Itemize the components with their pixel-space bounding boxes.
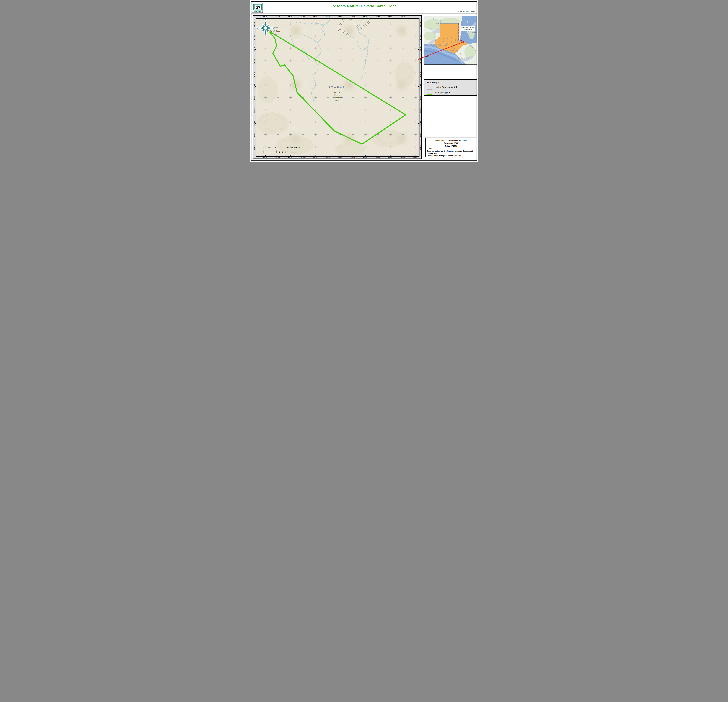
grid-cross xyxy=(377,59,379,62)
grid-cross xyxy=(364,146,367,148)
left-coordinate-label: 1746400 xyxy=(253,96,255,101)
grid-cross xyxy=(390,97,392,99)
grid-cross xyxy=(315,84,317,86)
grid-cross xyxy=(302,109,304,111)
grid-cross xyxy=(339,109,342,111)
top-coordinate-label: 687600 xyxy=(301,16,305,17)
grid-cross xyxy=(302,84,304,86)
grid-cross xyxy=(339,47,342,49)
legend-item-protected: Área protegida xyxy=(435,91,450,94)
grid-cross xyxy=(415,121,417,123)
grid-cross xyxy=(390,121,392,123)
right-coordinate-label: 1746800 xyxy=(419,72,421,77)
right-tick xyxy=(418,135,419,136)
conap-logo: CONAP xyxy=(252,3,263,13)
grid-cross xyxy=(390,72,392,74)
right-coordinate-label: 1746000 xyxy=(419,121,421,126)
grid-cross xyxy=(402,59,404,62)
inset-city-label: Guatemala xyxy=(450,49,458,51)
grid-cross xyxy=(289,121,292,123)
top-coordinate-label: 689200 xyxy=(401,16,406,17)
top-coordinate-label: 687200 xyxy=(276,16,280,17)
grid-cross xyxy=(390,23,392,25)
grid-cross xyxy=(415,97,417,99)
bottom-coordinate-label: 689000 xyxy=(389,157,393,159)
left-tick xyxy=(255,99,256,99)
bottom-tick xyxy=(290,156,291,157)
grid-cross xyxy=(277,84,279,86)
grid-cross xyxy=(364,72,367,74)
source-line-datum: Datum WGS84 xyxy=(427,145,475,147)
grid-cross xyxy=(352,133,354,135)
header-divider xyxy=(251,13,477,14)
top-coordinate-label: 689000 xyxy=(389,16,393,17)
territorial-dispute-callout: Diferendo territorial no resuelto xyxy=(461,26,475,31)
top-tick xyxy=(403,17,403,19)
compass-west-label: O xyxy=(257,26,259,29)
scale-tick xyxy=(289,150,289,153)
grid-cross xyxy=(289,97,292,99)
map-document-page: CONAP Reserva Natural Privada Santa Elen… xyxy=(250,0,478,162)
grid-cross xyxy=(289,47,292,49)
grid-cross xyxy=(352,47,354,49)
top-coordinate-label: 688600 xyxy=(363,16,368,17)
grid-cross xyxy=(289,59,292,62)
grid-cross xyxy=(277,23,279,25)
source-line-fuente: Fuente: xyxy=(427,148,473,150)
grid-cross xyxy=(402,109,404,111)
grid-cross xyxy=(302,72,304,74)
left-coordinate-label: 1747200 xyxy=(253,47,255,52)
grid-cross xyxy=(377,35,379,37)
grid-cross xyxy=(327,133,329,135)
grid-cross xyxy=(415,47,417,49)
grid-cross xyxy=(415,109,417,111)
top-tick xyxy=(328,17,328,19)
grid-cross xyxy=(264,59,267,62)
compass-rose: N S E O xyxy=(258,20,273,36)
bottom-tick xyxy=(353,156,353,157)
grid-cross xyxy=(364,84,367,86)
department-label: IZABAL xyxy=(329,86,346,89)
right-tick xyxy=(418,99,419,99)
right-tick xyxy=(418,49,419,50)
grid-cross xyxy=(339,121,342,123)
compass-rose-icon xyxy=(258,20,273,36)
grid-cross xyxy=(352,84,354,86)
bottom-tick xyxy=(278,156,278,157)
scale-tick xyxy=(270,151,270,153)
grid-cross xyxy=(364,121,367,123)
scale-label: 0 xyxy=(263,146,264,148)
grid-cross xyxy=(377,23,379,25)
terrain-shading xyxy=(256,62,415,156)
legend-title: Simbología xyxy=(427,81,439,84)
left-coordinate-label: 1747000 xyxy=(253,59,255,65)
grid-cross xyxy=(390,47,392,49)
bottom-tick xyxy=(303,156,303,157)
left-coordinate-label: 1746600 xyxy=(253,84,255,89)
left-coordinate-label: 1746000 xyxy=(253,121,255,126)
grid-cross xyxy=(327,72,329,74)
grid-cross xyxy=(377,109,379,111)
right-coordinate-label: 1747000 xyxy=(419,59,421,65)
document-code: DAGeos-499-2026-BS xyxy=(457,10,475,13)
grid-cross xyxy=(264,72,267,74)
bottom-coordinate-label: 688400 xyxy=(351,157,355,159)
bottom-coordinate-label: 687400 xyxy=(289,157,293,159)
grid-cross xyxy=(277,72,279,74)
bottom-coordinate-label: 689400 xyxy=(413,157,418,159)
right-tick xyxy=(418,62,419,62)
grid-cross xyxy=(377,47,379,49)
reserve-center-label: Reserva Natural Privada Santa Elena xyxy=(327,91,347,102)
inset-gulf-label-2: Hond xyxy=(472,32,477,34)
scale-end-label: 0.41 Kilómetros xyxy=(286,146,300,148)
grid-cross xyxy=(402,97,404,99)
grid-cross xyxy=(315,35,317,37)
right-tick xyxy=(418,111,419,111)
compass-north-label: N xyxy=(265,19,266,22)
bottom-tick xyxy=(341,156,341,157)
bottom-coordinate-label: 688000 xyxy=(326,157,330,159)
top-tick xyxy=(353,17,353,19)
legend-item-department: Límite Departamental xyxy=(435,86,457,89)
top-coordinate-label: 687000 xyxy=(263,16,268,17)
grid-cross xyxy=(415,35,417,37)
